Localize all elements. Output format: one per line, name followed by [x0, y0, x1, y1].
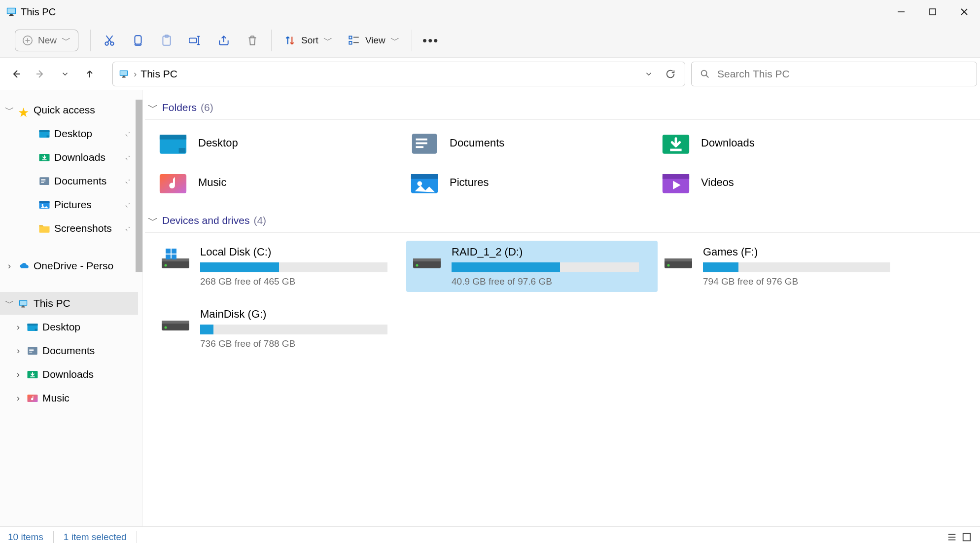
forward-button[interactable] — [34, 67, 47, 81]
sidebar-this-pc[interactable]: ﹀This PC — [0, 292, 138, 315]
group-header-drives[interactable]: ﹀ Devices and drives (4) — [145, 211, 980, 232]
sidebar-item-downloads[interactable]: Downloads — [0, 146, 138, 169]
back-button[interactable] — [9, 67, 23, 81]
new-button[interactable]: New ﹀ — [15, 30, 78, 51]
sidebar-item-pictures[interactable]: Pictures — [0, 193, 138, 216]
cut-button[interactable] — [103, 34, 116, 47]
svg-rect-79 — [172, 249, 176, 254]
drive-icon — [160, 311, 191, 334]
delete-button[interactable] — [245, 34, 259, 47]
command-bar: New ﹀ — [0, 24, 980, 57]
recent-locations-button[interactable] — [58, 67, 72, 81]
paste-button[interactable] — [160, 34, 174, 47]
window-controls — [885, 0, 980, 24]
up-button[interactable] — [83, 67, 97, 81]
close-button[interactable] — [948, 0, 980, 24]
chevron-right-icon[interactable]: › — [14, 393, 23, 403]
folder-documents[interactable]: Documents — [406, 127, 658, 159]
chevron-right-icon[interactable]: › — [14, 322, 23, 332]
sidebar-item-desktop[interactable]: Desktop — [0, 122, 138, 145]
chevron-down-icon[interactable]: ﹀ — [5, 297, 14, 310]
chevron-right-icon: › — [134, 69, 137, 79]
sidebar-quick-access[interactable]: ﹀★Quick access — [0, 99, 138, 121]
svg-rect-66 — [416, 146, 424, 148]
chevron-right-icon[interactable]: › — [14, 345, 23, 356]
sidebar-item-label: Music — [42, 392, 70, 404]
chevron-down-icon: ﹀ — [62, 34, 71, 47]
refresh-button[interactable] — [665, 69, 676, 79]
sidebar-item-label: Documents — [54, 175, 106, 187]
content-pane: ﹀ Folders (6) DesktopDocumentsDownloadsM… — [143, 90, 980, 526]
chevron-right-icon[interactable]: › — [5, 260, 14, 271]
sidebar-item-label: Desktop — [54, 128, 92, 140]
drive-icon — [663, 249, 694, 272]
svg-rect-31 — [122, 76, 125, 77]
sidebar-item-label: This PC — [34, 297, 70, 309]
search-box[interactable] — [691, 62, 977, 86]
pictures-folder-icon — [38, 200, 50, 210]
this-pc-icon — [118, 69, 130, 79]
drive-games-f-[interactable]: Games (F:)794 GB free of 976 GB — [658, 241, 909, 292]
search-icon — [700, 69, 710, 79]
address-row: › This PC — [0, 57, 980, 90]
sidebar-scrollbar[interactable] — [136, 95, 142, 336]
details-view-button[interactable] — [946, 532, 957, 543]
status-bar: 10 items 1 item selected — [0, 526, 980, 547]
folder-name: Downloads — [701, 137, 755, 149]
svg-point-84 — [416, 264, 419, 267]
plus-circle-icon — [22, 35, 33, 46]
search-input[interactable] — [716, 68, 969, 80]
pin-icon — [122, 129, 131, 138]
folder-name: Documents — [450, 137, 504, 149]
pin-icon — [122, 200, 131, 209]
view-button[interactable]: View ﹀ — [348, 34, 400, 47]
folder-videos[interactable]: Videos — [658, 166, 909, 199]
drive-raid-1-2-d-[interactable]: RAID_1_2 (D:)40.9 GB free of 97.6 GB — [406, 241, 658, 292]
sidebar-item-label: Downloads — [54, 151, 105, 163]
drive-icon — [160, 249, 191, 272]
group-count: (4) — [253, 215, 266, 226]
sort-button[interactable]: Sort ﹀ — [283, 34, 333, 47]
sidebar-item-documents[interactable]: Documents — [0, 170, 138, 192]
group-header-folders[interactable]: ﹀ Folders (6) — [145, 98, 980, 119]
sidebar-item-desktop[interactable]: ›Desktop — [0, 316, 138, 338]
sidebar: ﹀★Quick accessDesktopDownloadsDocumentsP… — [0, 90, 143, 526]
svg-rect-65 — [416, 142, 427, 144]
sidebar-item-downloads[interactable]: ›Downloads — [0, 363, 138, 386]
svg-rect-61 — [160, 135, 186, 140]
chevron-down-icon[interactable]: ﹀ — [5, 104, 14, 116]
downloads-folder-icon — [27, 369, 38, 379]
share-button[interactable] — [217, 34, 231, 47]
downloads-folder-icon — [38, 152, 50, 162]
minimize-button[interactable] — [885, 0, 917, 24]
more-button[interactable]: ••• — [424, 34, 438, 47]
drive-maindisk-g-[interactable]: MainDisk (G:)736 GB free of 788 GB — [155, 303, 406, 354]
svg-point-32 — [701, 70, 707, 75]
chevron-right-icon[interactable]: › — [14, 369, 23, 380]
copy-button[interactable] — [131, 34, 145, 47]
pictures-folder-icon — [409, 170, 440, 195]
folder-name: Music — [198, 176, 226, 189]
folder-name: Videos — [701, 176, 734, 189]
sidebar-onedrive[interactable]: ›OneDrive - Perso — [0, 255, 138, 277]
group-count: (6) — [201, 102, 213, 113]
folder-desktop[interactable]: Desktop — [155, 127, 406, 159]
sidebar-item-label: Downloads — [42, 368, 94, 380]
sidebar-item-documents[interactable]: ›Documents — [0, 339, 138, 362]
folder-pictures[interactable]: Pictures — [406, 166, 658, 199]
breadcrumb[interactable]: › This PC — [118, 68, 177, 80]
star-icon: ★ — [18, 105, 30, 115]
folder-downloads[interactable]: Downloads — [658, 127, 909, 159]
address-dropdown[interactable] — [644, 70, 653, 78]
folder-music[interactable]: Music — [155, 166, 406, 199]
drive-local-disk-c-[interactable]: Local Disk (C:)268 GB free of 465 GB — [155, 241, 406, 292]
folder-name: Desktop — [198, 137, 238, 149]
address-bar[interactable]: › This PC — [112, 62, 685, 86]
sidebar-item-music[interactable]: ›Music — [0, 387, 138, 409]
tiles-view-button[interactable] — [961, 532, 972, 543]
window-title: This PC — [21, 6, 56, 18]
maximize-button[interactable] — [917, 0, 948, 24]
rename-button[interactable] — [188, 34, 202, 47]
sidebar-item-label: Screenshots — [54, 222, 112, 234]
sidebar-item-screenshots[interactable]: Screenshots — [0, 217, 138, 240]
